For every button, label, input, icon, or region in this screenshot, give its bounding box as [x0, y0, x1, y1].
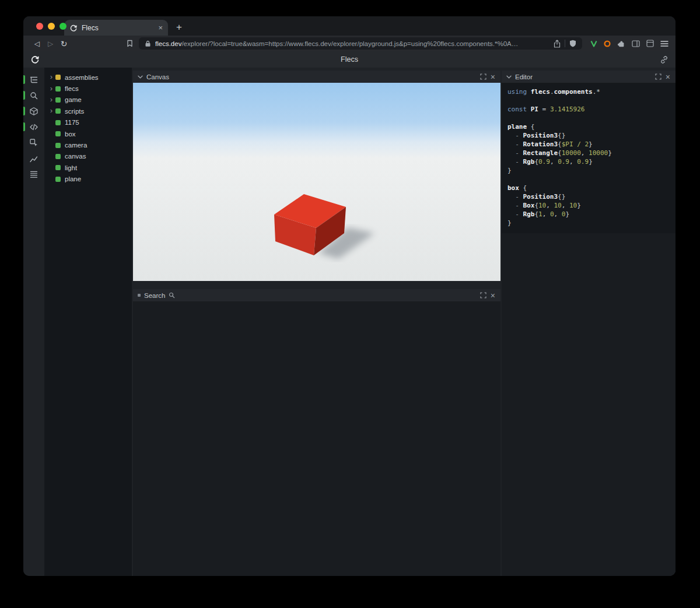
- reload-button[interactable]: ↻: [57, 39, 71, 48]
- tree-item-label: flecs: [65, 85, 79, 92]
- code-line: [508, 114, 676, 122]
- expand-chevron-icon: [48, 145, 55, 146]
- v-extension-icon[interactable]: [590, 40, 597, 47]
- entity-tree: ›assemblies›flecs›game›scripts1175boxcam…: [44, 68, 132, 576]
- browser-frame-icon[interactable]: [646, 40, 654, 47]
- expand-chevron-icon: [48, 133, 55, 135]
- page-title: Flecs: [23, 55, 676, 64]
- tree-item-assemblies[interactable]: ›assemblies: [44, 72, 132, 83]
- entity-square-icon: [55, 97, 61, 103]
- search-panel-body[interactable]: [133, 301, 501, 576]
- flecs-logo-icon[interactable]: [30, 55, 40, 64]
- expand-panel-icon[interactable]: [480, 73, 487, 80]
- code-line: - Rectangle{10000, 10000}: [508, 149, 676, 157]
- forward-button[interactable]: ▷: [44, 40, 57, 48]
- entity-square-icon: [55, 143, 61, 148]
- close-panel-icon[interactable]: ×: [665, 73, 671, 81]
- code-line: const PI = 3.1415926: [508, 105, 676, 114]
- tree-icon: [29, 75, 38, 85]
- tree-item-flecs[interactable]: ›flecs: [44, 83, 132, 94]
- side-panel-icon[interactable]: [632, 40, 640, 47]
- permalink-icon[interactable]: [660, 55, 668, 64]
- browser-titlebar: Flecs × +: [23, 16, 676, 36]
- tree-item-label: assemblies: [65, 74, 99, 81]
- browser-tab[interactable]: Flecs ×: [64, 20, 168, 36]
- new-tab-button[interactable]: +: [176, 22, 182, 32]
- collapse-chevron-icon[interactable]: [506, 75, 512, 79]
- app-header: Flecs: [23, 51, 676, 68]
- tree-item-label: scripts: [65, 108, 84, 115]
- tree-item-box[interactable]: box: [44, 128, 132, 139]
- tree-item-1175[interactable]: 1175: [44, 117, 132, 128]
- panel-bullet-icon[interactable]: [138, 294, 141, 297]
- rail-entity-tree-button[interactable]: [23, 73, 44, 86]
- expand-chevron-icon[interactable]: ›: [48, 96, 55, 104]
- tab-title: Flecs: [82, 24, 154, 32]
- main-column: Canvas ×: [133, 68, 501, 576]
- tab-close-icon[interactable]: ×: [158, 24, 163, 31]
- rail-stats-button[interactable]: [23, 152, 44, 165]
- tree-item-camera[interactable]: camera: [44, 139, 132, 150]
- close-panel-icon[interactable]: ×: [490, 291, 496, 300]
- rail-editor-button[interactable]: [23, 121, 44, 133]
- share-icon[interactable]: [554, 40, 561, 48]
- entity-square-icon: [55, 108, 61, 114]
- search-magnifier-icon[interactable]: [169, 292, 175, 298]
- tree-item-label: box: [65, 131, 76, 138]
- expand-panel-icon[interactable]: [655, 73, 662, 80]
- cube-icon: [29, 107, 38, 116]
- zoom-window-button[interactable]: [60, 23, 66, 30]
- orange-extension-icon[interactable]: [604, 40, 611, 47]
- browser-window: Flecs × + ◁ ▷ ↻ flecs.dev/explorer/?loca…: [23, 16, 676, 576]
- code-line: - Box{10, 10, 10}: [508, 201, 676, 210]
- traffic-lights: [36, 23, 66, 30]
- address-bar[interactable]: flecs.dev/explorer/?local=true&wasm=http…: [139, 37, 582, 50]
- code-line: }: [508, 219, 676, 227]
- canvas-3d-viewport[interactable]: [133, 83, 501, 281]
- editor-column: Editor × using flecs.components.* const …: [502, 68, 676, 576]
- menu-icon[interactable]: [660, 40, 668, 47]
- editor-panel: Editor × using flecs.components.* const …: [502, 71, 676, 233]
- rail-search-button[interactable]: [23, 89, 44, 102]
- code-line: - Rgb{0.9, 0.9, 0.9}: [508, 157, 676, 166]
- editor-panel-title: Editor: [515, 73, 533, 80]
- active-panel-indicator: [23, 75, 25, 84]
- expand-chevron-icon[interactable]: ›: [48, 107, 55, 115]
- expand-chevron-icon: [48, 156, 55, 157]
- close-window-button[interactable]: [36, 23, 43, 30]
- close-panel-icon[interactable]: ×: [490, 73, 496, 81]
- code-line: - Position3{}: [508, 192, 676, 201]
- puzzle-extensions-icon[interactable]: [617, 40, 625, 48]
- minimize-window-button[interactable]: [48, 23, 55, 30]
- editor-code[interactable]: using flecs.components.* const PI = 3.14…: [502, 83, 676, 233]
- expand-chevron-icon[interactable]: ›: [48, 85, 55, 93]
- tree-item-canvas[interactable]: canvas: [44, 151, 132, 162]
- editor-panel-header: Editor ×: [502, 71, 676, 83]
- stacked-rows-icon: [29, 170, 38, 179]
- entity-square-icon: [55, 120, 61, 125]
- canvas-panel-title: Canvas: [146, 73, 169, 80]
- rail-inspector-button[interactable]: [23, 136, 44, 149]
- tree-item-label: light: [65, 164, 77, 171]
- back-button[interactable]: ◁: [30, 40, 44, 48]
- collapse-chevron-icon[interactable]: [138, 75, 143, 79]
- bookmark-icon[interactable]: [127, 40, 133, 47]
- code-line: }: [508, 166, 676, 175]
- expand-panel-icon[interactable]: [480, 292, 487, 298]
- rail-canvas-button[interactable]: [23, 105, 44, 118]
- tree-item-game[interactable]: ›game: [44, 94, 132, 106]
- shield-icon[interactable]: [569, 40, 576, 47]
- rail-tables-button[interactable]: [23, 168, 44, 181]
- tree-item-scripts[interactable]: ›scripts: [44, 106, 132, 117]
- entity-square-icon: [55, 165, 61, 170]
- expand-chevron-icon[interactable]: ›: [48, 73, 55, 82]
- active-panel-indicator: [23, 138, 25, 147]
- active-panel-indicator: [23, 91, 25, 100]
- tree-item-light[interactable]: light: [44, 162, 132, 173]
- code-line: box {: [508, 184, 676, 192]
- entity-square-icon: [55, 131, 61, 136]
- tree-item-plane[interactable]: plane: [44, 174, 132, 185]
- chart-icon: [29, 154, 38, 163]
- code-line: - Rgb{1, 0, 0}: [508, 210, 676, 219]
- active-panel-indicator: [23, 170, 25, 178]
